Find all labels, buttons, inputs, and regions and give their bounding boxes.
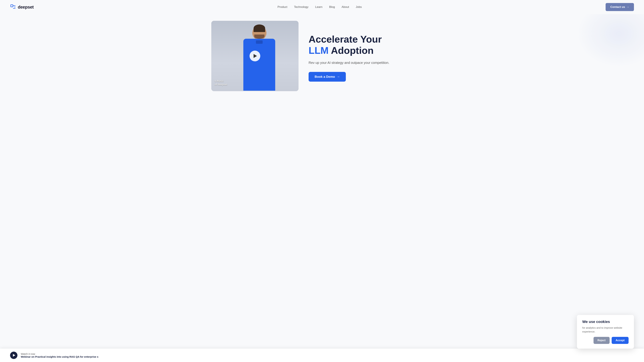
contact-us-button[interactable]: Contact us → [606,3,634,11]
nav-blog[interactable]: Blog [329,5,335,8]
deepset-logo-icon [10,4,16,10]
nav-technology[interactable]: Technology [294,5,308,8]
svg-rect-0 [11,5,13,7]
person-head [252,26,266,40]
person-collar [256,40,263,44]
llm-text: LLM [308,45,328,56]
cookie-buttons: Reject Accept [582,337,628,344]
logo-text: deepset [18,4,34,10]
hero-video[interactable]: s Rusic of deepset [211,21,298,91]
accept-button[interactable]: Accept [612,337,628,344]
hero-section: s Rusic of deepset Accelerate Your LLM A… [201,14,443,101]
cookie-notice: We use cookies for analytics and to impr… [577,315,634,349]
cookie-description: for analytics and to improve website exp… [582,326,628,334]
webinar-title: Webinar on Practical insights into using… [21,355,634,358]
webinar-banner[interactable]: Watch it now Webinar on Practical insigh… [0,349,644,362]
nav-jobs[interactable]: Jobs [356,5,362,8]
book-demo-button[interactable]: Book a Demo → [308,72,346,82]
person-hair [254,24,265,32]
reject-button[interactable]: Reject [594,337,610,344]
nav-product[interactable]: Product [278,5,288,8]
person-body [243,39,275,91]
banner-play-button[interactable] [10,352,18,359]
play-button[interactable] [250,51,260,61]
main-nav: deepset Product Technology Learn Blog Ab… [0,0,644,14]
banner-text-content: Watch it now Webinar on Practical insigh… [21,353,634,358]
banner-play-icon [13,354,15,357]
watch-label: Watch it now [21,353,634,355]
nav-links: Product Technology Learn Blog About Jobs [278,5,362,9]
video-caption: s Rusic of deepset [215,79,227,86]
person-beard [254,34,264,39]
cookie-title: We use cookies [582,320,628,324]
nav-about[interactable]: About [342,5,349,8]
play-icon [254,54,257,58]
hero-content: Accelerate Your LLM Adoption Rev up your… [308,30,433,81]
nav-learn[interactable]: Learn [315,5,322,8]
hero-heading: Accelerate Your LLM Adoption [308,34,433,56]
hero-subheading: Rev up your AI strategy and outpace your… [308,60,433,65]
logo[interactable]: deepset [10,4,34,10]
